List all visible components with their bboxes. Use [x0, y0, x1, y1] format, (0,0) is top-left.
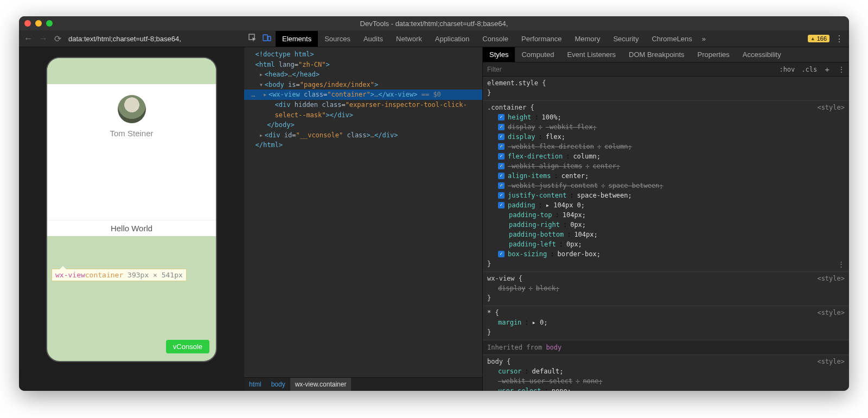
subtab-listeners[interactable]: Event Listeners [560, 47, 622, 62]
inherited-header: Inherited from body [483, 340, 849, 355]
checkbox-icon[interactable] [498, 114, 505, 121]
checkbox-icon[interactable] [498, 124, 505, 130]
breadcrumb-selected[interactable]: wx-view.container [290, 378, 352, 391]
warnings-badge[interactable]: 166 [808, 35, 829, 42]
tab-performance[interactable]: Performance [515, 31, 568, 47]
tab-console[interactable]: Console [476, 31, 515, 47]
checkbox-icon[interactable] [498, 192, 505, 199]
window-title: DevTools - data:text/html;charset=utf-8;… [19, 20, 849, 28]
styles-more-icon[interactable]: ⋮ [834, 64, 849, 75]
rule-container: <style> .container { height: 100%; displ… [483, 101, 849, 272]
new-rule-icon[interactable]: + [820, 62, 834, 76]
device-toolbar-icon[interactable] [263, 34, 271, 44]
rule-wxview: <style> wx-view { display: block; } [483, 272, 849, 306]
back-icon[interactable]: ← [22, 34, 34, 43]
hov-toggle[interactable]: :hov [776, 64, 798, 75]
tab-security[interactable]: Security [607, 31, 645, 47]
username-label: Tom Steiner [110, 129, 153, 138]
close-icon[interactable] [24, 20, 31, 27]
titlebar: DevTools - data:text/html;charset=utf-8;… [19, 16, 849, 30]
subtab-dombp[interactable]: DOM Breakpoints [622, 47, 691, 62]
rule-menu-icon[interactable]: ⋮ [838, 259, 845, 270]
tab-chromelens[interactable]: ChromeLens [645, 31, 698, 47]
reload-icon[interactable]: ⟳ [53, 34, 63, 44]
maximize-icon[interactable] [46, 20, 53, 27]
checkbox-icon[interactable] [498, 251, 505, 257]
toolbar: ← → ⟳ data:text/html;charset=utf-8;base6… [19, 30, 849, 47]
style-source[interactable]: <style> [817, 103, 845, 112]
breadcrumb-body[interactable]: body [266, 378, 290, 391]
hello-text: Hello World [47, 220, 216, 236]
checkbox-icon[interactable] [498, 143, 505, 150]
tab-sources[interactable]: Sources [318, 31, 357, 47]
breadcrumbs: html body wx-view.container [244, 377, 482, 391]
tab-elements[interactable]: Elements [276, 31, 318, 47]
device-preview-pane: Tom Steiner Hello World wx-viewcontainer… [19, 47, 244, 391]
minimize-icon[interactable] [35, 20, 42, 27]
tab-application[interactable]: Application [429, 31, 476, 47]
checkbox-icon[interactable] [498, 202, 505, 208]
vconsole-button[interactable]: vConsole [166, 340, 209, 353]
checkbox-icon[interactable] [498, 134, 505, 140]
styles-panel: Styles Computed Event Listeners DOM Brea… [483, 47, 849, 391]
device-frame: Tom Steiner Hello World wx-viewcontainer… [46, 57, 217, 362]
styles-filter-input[interactable] [483, 63, 776, 76]
cls-toggle[interactable]: .cls [798, 64, 820, 75]
subtab-computed[interactable]: Computed [515, 47, 560, 62]
rule-star: <style> * { margin: ▸ 0; } [483, 306, 849, 340]
elements-panel: <!doctype html> <html lang="zh-CN"> ▸<he… [244, 47, 483, 391]
subtab-properties[interactable]: Properties [691, 47, 736, 62]
devtools-menu-icon[interactable]: ⋮ [835, 34, 844, 44]
checkbox-icon[interactable] [498, 163, 505, 169]
element-tooltip: wx-viewcontainer 393px × 541px [52, 269, 187, 281]
inspect-element-icon[interactable] [248, 34, 257, 44]
tab-network[interactable]: Network [390, 31, 429, 47]
subtab-accessibility[interactable]: Accessibility [736, 47, 788, 62]
forward-icon[interactable]: → [37, 34, 49, 43]
rule-element-style: element.style { } [483, 77, 849, 101]
url-text: data:text/html;charset=utf-8;base64, [68, 35, 181, 43]
checkbox-icon[interactable] [498, 173, 505, 179]
avatar [118, 95, 146, 123]
breadcrumb-html[interactable]: html [244, 378, 266, 391]
dom-tree[interactable]: <!doctype html> <html lang="zh-CN"> ▸<he… [244, 47, 482, 377]
checkbox-icon[interactable] [498, 153, 505, 160]
svg-rect-1 [263, 35, 267, 41]
style-rules[interactable]: element.style { } <style> .container { h… [483, 77, 849, 391]
tab-audits[interactable]: Audits [357, 31, 390, 47]
more-tabs-icon[interactable]: » [699, 35, 709, 43]
svg-rect-2 [268, 36, 271, 41]
tab-memory[interactable]: Memory [568, 31, 607, 47]
rule-body: <style> body { cursor: default; -webkit-… [483, 355, 849, 391]
subtab-styles[interactable]: Styles [483, 47, 515, 62]
checkbox-icon[interactable] [498, 182, 505, 189]
